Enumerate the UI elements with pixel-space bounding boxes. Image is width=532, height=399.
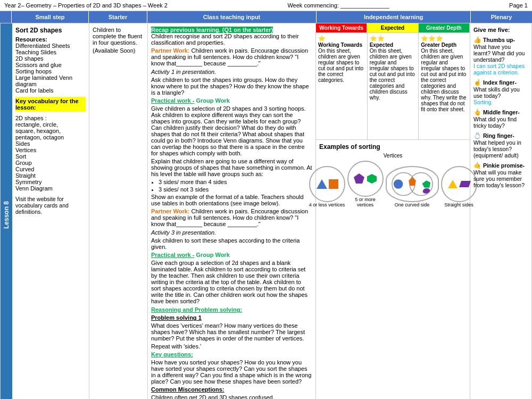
examples-box: Examples of sorting Vertices (316, 140, 470, 213)
activity3-section: Activity 3 in presentation. Ask children… (151, 229, 312, 304)
greater-depth-cell: ⭐⭐⭐ Greater Depth On this sheet, childre… (419, 33, 470, 139)
partner-work-2-label: Partner Work: (151, 208, 190, 214)
svg-marker-11 (459, 181, 471, 187)
activity1-section: Activity 1 in presentation. Ask children… (151, 69, 312, 227)
svg-point-9 (422, 187, 430, 194)
practical-text-3: Give each group a selection of 2d shapes… (151, 260, 312, 304)
wt-stars: ⭐ (318, 35, 365, 42)
starter-header: Starter (89, 11, 147, 23)
bullet-list: 3 sides/ more than 4 sides 3 sides/ not … (151, 179, 312, 193)
plenary-column: Give me five: 👍 Thumbs up- What have you… (470, 23, 531, 399)
misconceptions-label: Common Misconceptions: (151, 386, 312, 393)
practical-work-1: Practical work - Group Work (151, 97, 312, 104)
lesson-col-header (0, 11, 12, 23)
venn-shape (386, 166, 439, 202)
key-vocab-label: Key vocabulary for the lesson: (15, 97, 86, 112)
thumb-text: What have you learnt? What did you under… (473, 44, 525, 63)
index-cyan: Sorting. (473, 99, 493, 105)
exp-text: On this sheet, children are given regula… (370, 48, 417, 101)
lesson-sidebar: Lesson 8 (1, 23, 12, 399)
svg-marker-3 (367, 174, 377, 184)
starter-text: Children to complete the fluent in four … (93, 27, 144, 46)
independent-header: Independent learning (317, 11, 471, 23)
header-middle: Week commencing: _______________ (287, 2, 389, 9)
gd-title: Greater Depth (421, 42, 468, 48)
plenary-header: Plenary (471, 11, 532, 23)
wt-label: Working Towards (317, 25, 365, 31)
activity3-text: Ask children to sort these shapes accord… (151, 237, 312, 250)
middle-icon: 🖕 (473, 109, 481, 116)
practical-text-2: Explain that children are going to use a… (151, 158, 312, 177)
svg-marker-8 (422, 180, 430, 188)
svg-rect-1 (329, 179, 338, 189)
partner-work-label: Partner Work: (151, 47, 190, 54)
ring-item: 💍 Ring finger- What helped you in today'… (473, 132, 528, 159)
resource-item: Large laminated Venn diagram (15, 74, 86, 87)
middle-item: 🖕 Middle finger- What did you find trick… (473, 109, 528, 129)
activity1-text: Ask children to sort the shapes into gro… (151, 77, 312, 96)
exp-stars: ⭐⭐ (370, 35, 417, 42)
hexagon-shape (366, 173, 378, 184)
sort-circle-1-shape (309, 166, 345, 202)
thumb-label: Thumbs up- (483, 37, 515, 43)
thumb-item: 👍 Thumbs up- What have you learnt? What … (473, 36, 528, 76)
pinkie-label: Pinkie promise- (483, 162, 525, 169)
key-questions-text: How have you sorted your shapes? How do … (151, 359, 312, 385)
pinkie-item: 🤙 Pinkie promise- What will you make sur… (473, 162, 528, 188)
partner-work-2: Partner Work: Children work in pairs. En… (151, 208, 312, 227)
wt-title: Working Towards (318, 42, 365, 48)
small-step-column: Sort 2D shapes Resources: Differentiated… (12, 23, 89, 399)
activity3-label: Activity 3 in presentation. (151, 229, 312, 236)
starter-column: Children to complete the fluent in four … (89, 23, 148, 399)
partner-work-1: Partner Work: Children work in pairs. En… (151, 47, 312, 66)
bullet-item: 3 sides/ more than 4 sides (159, 179, 312, 185)
main-layout: Lesson 8 Sort 2D shapes Resources: Diffe… (0, 23, 532, 399)
activity1-label: Activity 1 in presentation. (151, 69, 312, 75)
problem-text: What does 'vertices' mean? How many vert… (151, 322, 312, 342)
resource-item: Card for labels (15, 87, 86, 94)
header-right: Page 1 (509, 2, 528, 9)
resource-item: 2D shapes (15, 55, 86, 62)
recap-highlight: Recap previous learning. (Q1 on the star… (151, 27, 273, 33)
svg-marker-10 (448, 180, 458, 188)
exp-title: Expected (370, 42, 417, 48)
working-towards-cell: ⭐ Working Towards On this sheet, childre… (316, 33, 368, 139)
practical-text-1: Give children a selection of 2D shapes a… (151, 105, 312, 156)
reasoning-label: Reasoning and Problem solving: (151, 306, 312, 313)
repeat-text: Repeat with 'sides.' (151, 343, 312, 350)
vertices-label: Vertices (319, 153, 467, 159)
ring-label: Ring finger- (483, 132, 514, 139)
working-towards-header: Working Towards (316, 23, 367, 33)
svg-marker-7 (409, 177, 416, 186)
reasoning-section: Reasoning and Problem solving: Problem s… (151, 306, 312, 399)
parallelogram-shape (459, 180, 471, 188)
yellow-triangle (447, 179, 458, 189)
resource-item: Differentiated Sheets (15, 43, 86, 49)
thumb-cyan: I can sort 2D shapes against a criterion… (473, 63, 525, 76)
header-left: Year 2– Geometry – Properties of 2D and … (4, 2, 168, 9)
sort-circle-2-shape (347, 161, 384, 197)
gd-stars: ⭐⭐⭐ (421, 35, 468, 42)
resources-list: Differentiated Sheets Teaching Slides 2D… (15, 43, 86, 94)
expected-cell: ⭐⭐ Expected On this sheet, children are … (368, 33, 419, 139)
group-work-label-2: Group Work (196, 252, 229, 258)
sorting-diagram: 4 or less vertices (319, 161, 467, 207)
circle-label-1: 4 or less vertices (309, 202, 345, 207)
exp-label: Expected (368, 25, 417, 31)
practical-work-2: Practical work - Group Work (151, 252, 312, 258)
svg-marker-2 (354, 173, 364, 184)
misconceptions-text: Children often get 2D and 3D shapes conf… (151, 394, 312, 399)
teaching-column: Recap previous learning. (Q1 on the star… (148, 23, 316, 399)
recap-section: Recap previous learning. (Q1 on the star… (151, 27, 312, 66)
index-text: What skills did you use today? (473, 86, 520, 99)
square-shape (329, 179, 338, 189)
index-icon: ☝ (473, 79, 481, 86)
index-item: ☝ Index finger- What skills did you use … (473, 79, 528, 105)
practical-label-2: Practical work - (151, 252, 194, 258)
independent-column: Working Towards Expected Greater Depth ⭐… (316, 23, 470, 399)
plenary-title: Give me five: (473, 27, 528, 33)
middle-label: Middle finger- (483, 109, 520, 115)
venn-svg (389, 170, 436, 199)
resource-item: Scissors and glue (15, 62, 86, 68)
circle-label-2: 5 or more vertices (347, 197, 384, 207)
